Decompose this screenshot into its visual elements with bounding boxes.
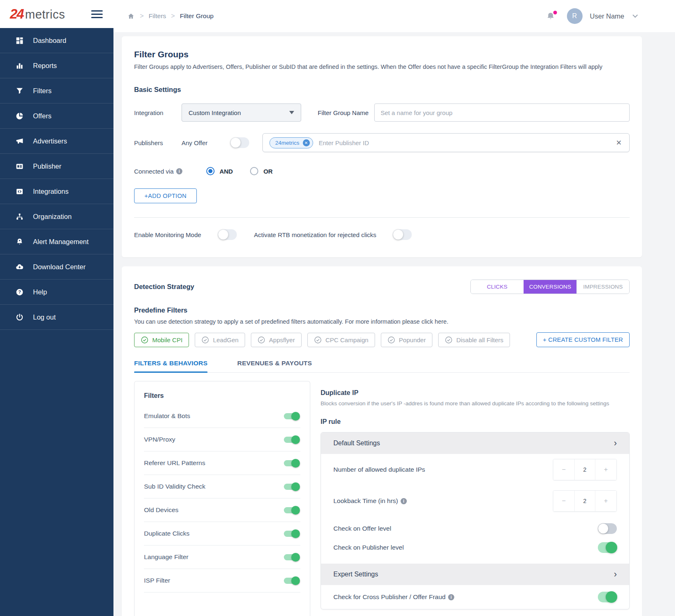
any-offer-toggle[interactable]: [230, 137, 249, 148]
brand-logo-number: 24: [10, 6, 24, 22]
sidebar-item-integrations[interactable]: Integrations: [0, 179, 113, 204]
sidebar-item-logout[interactable]: Log out: [0, 305, 113, 330]
chip-cpc-campaign[interactable]: CPC Campaign: [307, 333, 375, 347]
radio-and[interactable]: [206, 167, 215, 175]
detection-tabs: FILTERS & BEHAVIORS REVENUES & PAYOUTS: [134, 360, 630, 373]
filter-toggle[interactable]: [284, 484, 299, 490]
radio-option-or[interactable]: OR: [250, 167, 273, 175]
filter-row-duplicate-clicks: Duplicate Clicks: [144, 522, 300, 545]
allowed-duplicate-ips-row: Number of allowed duplicate IPs − 2 +: [321, 454, 629, 485]
check-circle-icon: [201, 336, 209, 344]
publisher-id-field[interactable]: 24metrics ✕ ✕: [262, 133, 630, 152]
filter-toggle[interactable]: [284, 413, 299, 419]
brand-logo[interactable]: 24 metrics: [10, 6, 65, 22]
filter-group-name-input[interactable]: [374, 103, 630, 122]
chevron-right-icon: [614, 570, 617, 579]
notifications-bell-icon[interactable]: [546, 12, 555, 21]
sidebar-item-organization[interactable]: Organization: [0, 204, 113, 229]
predefine-filters-description: You can use detection strategy to apply …: [134, 318, 630, 325]
duplicate-ip-panel: Duplicate IP Blocks conversion if the us…: [310, 381, 630, 609]
integration-select[interactable]: Custom Integration: [182, 103, 301, 122]
sidebar-item-label: Advertisers: [33, 137, 67, 145]
filters-columns: Filters Emulator & Bots VPN/Proxy: [134, 381, 630, 616]
tab-revenues-payouts[interactable]: REVENUES & PAYOUTS: [237, 360, 312, 372]
any-offer-label: Any Offer: [182, 139, 215, 146]
breadcrumb-filters-link[interactable]: Filters: [149, 12, 166, 20]
stepper-decrement-button[interactable]: −: [553, 491, 574, 511]
sidebar-item-label: Alert Management: [33, 238, 89, 246]
filter-group-name-label: Filter Group Name: [318, 109, 368, 116]
info-icon[interactable]: [176, 168, 182, 174]
filter-toggle[interactable]: [284, 578, 299, 584]
stepper-decrement-button[interactable]: −: [553, 459, 574, 480]
user-avatar[interactable]: R: [567, 8, 583, 24]
radio-option-and[interactable]: AND: [206, 167, 233, 175]
stepper-increment-button[interactable]: +: [595, 459, 616, 480]
breadcrumb-current-page[interactable]: Filter Group: [180, 12, 214, 20]
info-icon[interactable]: [448, 594, 454, 600]
ip-rule-heading: IP rule: [321, 418, 630, 426]
filter-toggle[interactable]: [284, 531, 299, 537]
chevron-down-icon[interactable]: [633, 12, 638, 18]
add-option-button[interactable]: +ADD OPTION: [134, 188, 197, 203]
monitoring-mode-toggle[interactable]: [218, 229, 237, 240]
sidebar-item-dashboard[interactable]: Dashboard: [0, 28, 113, 53]
check-offer-level-toggle[interactable]: [598, 523, 617, 534]
check-circle-icon: [257, 336, 265, 344]
stepper-value: 2: [574, 491, 595, 511]
sidebar-item-help[interactable]: ? Help: [0, 280, 113, 305]
chip-disable-all-filters[interactable]: Disable all Filters: [438, 333, 510, 347]
breadcrumb-separator-icon: >: [140, 12, 144, 20]
filter-toggle[interactable]: [284, 460, 299, 466]
sidebar-item-filters[interactable]: Filters: [0, 78, 113, 103]
publishers-label: Publishers: [134, 139, 182, 146]
alert-bell-icon: [15, 237, 24, 246]
sidebar-item-publisher[interactable]: Publisher: [0, 154, 113, 179]
filter-toggle[interactable]: [284, 554, 299, 560]
tab-filters-behaviors[interactable]: FILTERS & BEHAVIORS: [134, 360, 208, 372]
integration-row: Integration Custom Integration Filter Gr…: [134, 103, 630, 122]
sidebar-item-download-center[interactable]: Download Center: [0, 254, 113, 280]
tag-remove-icon[interactable]: ✕: [303, 139, 310, 146]
monitoring-mode-label: Enable Monitoring Mode: [134, 231, 201, 238]
chip-appsflyer[interactable]: Appsflyer: [251, 333, 302, 347]
connected-via-row: Connected via AND OR: [134, 167, 630, 175]
publisher-id-input[interactable]: [319, 139, 615, 146]
segment-impressions[interactable]: IMPRESSIONS: [576, 280, 629, 294]
filter-toggle[interactable]: [284, 507, 299, 513]
filter-row-referer-url-patterns: Referer URL Patterns: [144, 451, 300, 475]
chip-mobile-cpi[interactable]: Mobile CPI: [134, 333, 189, 347]
cross-publisher-fraud-toggle[interactable]: [598, 592, 617, 602]
publisher-tag[interactable]: 24metrics ✕: [269, 137, 313, 148]
expert-settings-header[interactable]: Expert Settings: [321, 564, 629, 585]
dashboard-icon: [15, 36, 24, 45]
sidebar-item-reports[interactable]: Reports: [0, 53, 113, 78]
create-custom-filter-button[interactable]: + CREATE CUSTOM FILTER: [536, 332, 630, 347]
sidebar-item-advertisers[interactable]: Advertisers: [0, 129, 113, 154]
chip-leadgen[interactable]: LeadGen: [195, 333, 245, 347]
chip-popunder[interactable]: Popunder: [381, 333, 432, 347]
sidebar-item-label: Help: [33, 288, 47, 296]
sidebar-item-offers[interactable]: Offers: [0, 103, 113, 129]
sidebar-item-label: Integrations: [33, 188, 68, 195]
default-settings-header[interactable]: Default Settings: [321, 433, 629, 454]
rtb-monetization-toggle[interactable]: [393, 229, 412, 240]
filter-row-vpn-proxy: VPN/Proxy: [144, 428, 300, 451]
segment-clicks[interactable]: CLICKS: [471, 280, 524, 294]
field-clear-icon[interactable]: ✕: [615, 139, 623, 147]
filters-icon: [15, 86, 24, 95]
filter-toggle[interactable]: [284, 437, 299, 443]
filter-row-language-filter: Language Filter: [144, 545, 300, 569]
user-name[interactable]: User Name: [590, 12, 624, 20]
check-publisher-level-toggle[interactable]: [598, 542, 617, 553]
sidebar-item-label: Download Center: [33, 263, 86, 271]
stepper-increment-button[interactable]: +: [595, 491, 616, 511]
menu-toggle-icon[interactable]: [91, 9, 103, 20]
sidebar-item-alert-management[interactable]: Alert Management: [0, 229, 113, 254]
segment-conversions[interactable]: CONVERSIONS: [524, 280, 576, 294]
radio-or[interactable]: [250, 167, 258, 175]
select-caret-icon: [289, 111, 294, 114]
rtb-monetization-label: Activate RTB monetization for rejected c…: [254, 231, 377, 238]
info-icon[interactable]: [401, 498, 407, 504]
home-icon[interactable]: [127, 12, 135, 20]
